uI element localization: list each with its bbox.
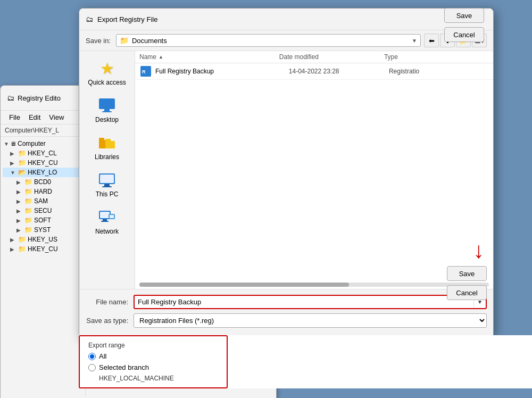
quick-access-icon: ★ (97, 60, 117, 77)
sidebar-item-desktop[interactable]: Desktop (83, 94, 131, 127)
this-pc-label: This PC (96, 190, 119, 198)
svg-rect-13 (103, 219, 107, 221)
tree-item-secu[interactable]: ▶ 📁 SECU (3, 206, 83, 215)
column-type[interactable]: Type (384, 53, 489, 61)
file-list-area: Name ▲ Date modified Type R (135, 51, 493, 289)
thispc-icon (97, 171, 117, 188)
tree-item-hkey-cl[interactable]: ▶ 📁 HKEY_CL (3, 148, 83, 158)
radio-all[interactable] (88, 353, 96, 360)
tree-item-bcd[interactable]: ▶ 📁 BCD0 (3, 177, 83, 187)
save-button[interactable]: Save (444, 8, 484, 23)
svg-rect-1 (104, 109, 110, 111)
sidebar-item-quick-access[interactable]: ★ Quick access (83, 56, 131, 89)
scrollbar-thumb (139, 283, 349, 287)
column-date[interactable]: Date modified (279, 53, 384, 61)
export-registry-dialog: 🗂 Export Registry File ✕ Save in: 📁 Docu… (79, 8, 494, 338)
dialog-action-buttons: Save Cancel (444, 8, 484, 42)
svg-rect-10 (100, 175, 114, 183)
save-button-inner[interactable]: Save (447, 266, 487, 281)
menu-view[interactable]: View (45, 112, 68, 123)
tree-item-hkey-lo[interactable]: ▼ 📂 HKEY_LO (3, 168, 83, 177)
radio-selected-branch-row: Selected branch (88, 363, 218, 371)
sidebar-item-this-pc[interactable]: This PC (83, 168, 131, 201)
dropdown-arrow-icon: ▼ (412, 38, 417, 44)
column-name[interactable]: Name ▲ (139, 53, 279, 61)
save-in-label: Save in: (86, 37, 111, 45)
registry-title-left: 🗂 Registry Edito (7, 94, 61, 102)
radio-all-label: All (99, 352, 106, 360)
folder-icon: 📁 (18, 150, 26, 157)
file-icon: R (139, 66, 152, 77)
file-name: Full Registry Backup (155, 68, 289, 75)
libraries-icon (97, 134, 117, 151)
file-name-input[interactable] (135, 296, 473, 308)
tree-item-syst[interactable]: ▶ 📁 SYST (3, 225, 83, 235)
reg-file-icon: R (140, 66, 151, 77)
folder-open-icon: 📂 (18, 169, 26, 176)
network-icon (97, 209, 117, 226)
dialog-bottom: File name: ▼ Save as type: Registration … (79, 289, 493, 337)
cancel-button[interactable]: Cancel (444, 27, 484, 42)
file-name-row: File name: ▼ (86, 295, 487, 309)
save-as-type-label: Save as type: (86, 317, 134, 325)
horizontal-scrollbar[interactable] (139, 283, 489, 287)
svg-rect-6 (105, 139, 111, 142)
location-dropdown[interactable]: 📁 Documents ▼ (116, 34, 421, 47)
radio-selected-branch[interactable] (88, 364, 96, 371)
registry-app-icon: 🗂 (7, 94, 14, 102)
export-range-section: Export range All Selected branch HKEY_LO… (79, 335, 532, 388)
svg-rect-2 (102, 111, 112, 112)
dialog-titlebar: 🗂 Export Registry File ✕ (79, 9, 493, 30)
folder-icon: 📁 (18, 245, 26, 253)
quick-access-label: Quick access (88, 79, 126, 86)
save-as-type-select[interactable]: Registration Files (*.reg) (134, 314, 486, 327)
file-row[interactable]: R Full Registry Backup 14-04-2022 23:28 … (135, 63, 493, 80)
svg-rect-4 (99, 138, 104, 140)
dialog-toolbar: Save in: 📁 Documents ▼ ⬅ ⬆ 📁 ☰▾ (79, 30, 493, 51)
svg-rect-16 (110, 215, 114, 218)
radio-all-row: All (88, 352, 218, 360)
save-as-type-select-wrapper: Registration Files (*.reg) (134, 313, 487, 328)
folder-icon: 📁 (24, 226, 32, 234)
tree-item-sam[interactable]: ▶ 📁 SAM (3, 196, 83, 206)
tree-item-computer[interactable]: ▼ 🖥 Computer (3, 139, 83, 148)
svg-rect-12 (100, 212, 110, 218)
left-sidebar: ★ Quick access Desktop (79, 51, 135, 289)
tree-item-soft[interactable]: ▶ 📁 SOFT (3, 215, 83, 225)
file-name-label: File name: (86, 298, 134, 306)
svg-rect-9 (102, 186, 112, 187)
registry-title-text: Registry Edito (18, 94, 61, 102)
folder-icon: 📁 (24, 188, 32, 195)
folder-icon: 📁 (18, 159, 26, 167)
folder-icon: 📁 (18, 236, 26, 243)
menu-file[interactable]: File (5, 112, 24, 123)
folder-icon: 📁 (24, 207, 32, 214)
libraries-label: Libraries (95, 153, 119, 161)
branch-path-text: HKEY_LOCAL_MACHINE (99, 375, 218, 382)
tree-item-hkey-cu2[interactable]: ▶ 📁 HKEY_CU (3, 244, 83, 254)
save-as-type-row: Save as type: Registration Files (*.reg) (86, 313, 487, 328)
cancel-button-inner[interactable]: Cancel (447, 285, 487, 300)
dialog-title-left: 🗂 Export Registry File (86, 15, 157, 23)
folder-icon-small: 📁 (120, 36, 129, 45)
dialog-title-text: Export Registry File (97, 15, 157, 23)
tree-item-hkey-cu[interactable]: ▶ 📁 HKEY_CU (3, 158, 83, 168)
file-list-header: Name ▲ Date modified Type (135, 51, 493, 63)
toolbar-back-button[interactable]: ⬅ (424, 34, 439, 47)
export-range-box: Export range All Selected branch HKEY_LO… (79, 335, 228, 388)
computer-icon: 🖥 (10, 140, 16, 147)
sidebar-item-network[interactable]: Network (83, 205, 131, 238)
svg-rect-0 (99, 98, 115, 109)
svg-rect-8 (104, 184, 110, 186)
tree-item-hard[interactable]: ▶ 📁 HARD (3, 187, 83, 196)
desktop-icon (97, 97, 117, 114)
radio-selected-branch-label: Selected branch (99, 363, 149, 371)
file-date: 14-04-2022 23:28 (289, 68, 389, 75)
dialog-title-icon: 🗂 (86, 15, 93, 23)
menu-edit[interactable]: Edit (24, 112, 45, 123)
tree-item-hkey-us[interactable]: ▶ 📁 HKEY_US (3, 235, 83, 244)
folder-icon: 📁 (24, 217, 32, 224)
svg-rect-5 (105, 141, 115, 148)
sidebar-item-libraries[interactable]: Libraries (83, 131, 131, 164)
location-text: Documents (132, 37, 409, 45)
